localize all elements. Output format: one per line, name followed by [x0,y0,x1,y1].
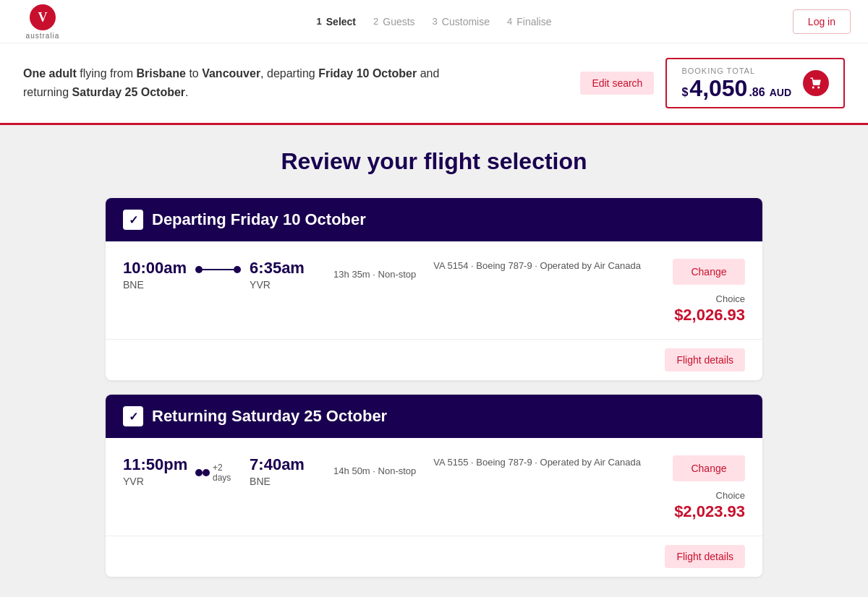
depart-date: Friday 10 October [318,67,417,80]
virgin-australia-logo-icon: V [28,3,57,32]
step-label-select: Select [326,16,356,27]
departing-flight-details-button[interactable]: Flight details [665,348,745,371]
flight-progress-line [195,266,241,273]
return-depart-time: 11:50pm [123,455,195,474]
returning-flight-times: 11:50pm YVR +2 days 7:40am BNE [123,455,416,487]
departing-flight-info: VA 5154 · Boeing 787-9 · Operated by Air… [433,259,641,274]
info-bar-right: Edit search BOOKING TOTAL $ 4,050 .86 AU… [580,58,845,108]
returning-duration-block: 14h 50m · Non-stop [333,455,416,476]
depart-dot [195,266,203,273]
passenger-count: One adult [23,67,77,80]
arrive-dot [234,266,241,273]
arrive-time: 6:35am [250,259,322,278]
price-cents: .86 [749,86,765,99]
price-main-amount: 4,050 [689,77,747,100]
departing-price-block: Choice $2,026.93 [674,293,745,325]
step-finalise[interactable]: 4 Finalise [507,16,551,27]
step-num-2: 2 [373,16,378,27]
booking-total-price: $ 4,050 .86 AUD [681,77,791,100]
departing-flight-card: ✓ Departing Friday 10 October 10:00am BN… [106,198,762,380]
departing-flight-header: ✓ Departing Friday 10 October [106,198,762,241]
step-customise[interactable]: 3 Customise [433,16,490,27]
edit-search-button[interactable]: Edit search [580,72,654,95]
logo: V australia [17,3,68,40]
departing-duration-block: 13h 35m · Non-stop [333,259,416,280]
price-dollar-sign: $ [681,86,688,99]
step-label-guests: Guests [383,16,414,27]
cart-icon[interactable] [803,70,829,96]
return-arrive-time: 7:40am [250,455,322,474]
flight-line-bar [203,269,234,270]
departing-duration: 13h 35m · Non-stop [333,269,416,280]
return-date: Saturday 25 October [72,86,186,98]
departing-flight-line [195,259,241,273]
origin-city: Brisbane [136,67,185,80]
booking-total-box: BOOKING TOTAL $ 4,050 .86 AUD [665,58,845,108]
departing-flight-times: 10:00am BNE 6:35am YVR 13h 35m · [123,259,416,291]
return-depart-dot [195,469,203,476]
returning-change-button[interactable]: Change [673,455,745,481]
return-arrive-airport: BNE [250,476,322,487]
booking-total-label: BOOKING TOTAL [681,66,791,75]
return-arrive-time-block: 7:40am BNE [250,455,322,487]
departing-check-badge: ✓ [123,210,143,230]
departing-flight-title: Departing Friday 10 October [152,210,366,229]
returning-flight-line: +2 days [195,455,241,483]
returning-flight-body: 11:50pm YVR +2 days 7:40am BNE [106,438,762,521]
departing-fare-type: Choice [674,293,745,304]
returning-flight-details-button[interactable]: Flight details [665,545,745,568]
svg-text:V: V [38,10,48,25]
step-guests[interactable]: 2 Guests [373,16,415,27]
returning-flight-header: ✓ Returning Saturday 25 October [106,395,762,438]
returning-price-block: Choice $2,023.93 [674,490,745,521]
depart-time-block: 10:00am BNE [123,259,195,291]
departing-flight-footer: Flight details [106,339,762,380]
returning-right-block: Change Choice $2,023.93 [658,455,745,521]
returning-fare-type: Choice [674,490,745,501]
steps-nav: 1 Select 2 Guests 3 Customise 4 Finalise [317,16,552,27]
returning-flight-details: VA 5155 · Boeing 787-9 · Operated by Air… [433,455,641,471]
step-select[interactable]: 1 Select [317,16,356,27]
arrive-airport: YVR [250,279,322,291]
returning-check-badge: ✓ [123,406,143,426]
departing-flight-details: VA 5154 · Boeing 787-9 · Operated by Air… [433,259,641,274]
login-button[interactable]: Log in [793,9,851,34]
logo-subtext: australia [26,32,60,40]
step-label-customise: Customise [442,16,490,27]
depart-airport: BNE [123,279,195,291]
page-title: Review your flight selection [106,148,762,175]
destination-city: Vancouver [202,67,260,80]
returning-duration: 14h 50m · Non-stop [333,465,416,476]
step-num-1: 1 [317,16,322,27]
returning-flight-info: VA 5155 · Boeing 787-9 · Operated by Air… [433,455,641,471]
returning-flight-title: Returning Saturday 25 October [152,407,387,426]
returning-flight-footer: Flight details [106,536,762,577]
step-num-3: 3 [433,16,438,27]
departing-change-button[interactable]: Change [673,259,745,285]
returning-flight-card: ✓ Returning Saturday 25 October 11:50pm … [106,395,762,577]
booking-total-info: BOOKING TOTAL $ 4,050 .86 AUD [681,66,791,100]
returning-price: $2,023.93 [674,502,745,521]
return-depart-airport: YVR [123,476,195,487]
return-depart-time-block: 11:50pm YVR [123,455,195,487]
plus-days-label: +2 days [213,463,241,483]
price-currency: AUD [770,87,791,98]
arrive-time-block: 6:35am YVR [250,259,322,291]
info-bar: One adult flying from Brisbane to Vancou… [0,43,868,125]
main-content: Review your flight selection ✓ Departing… [94,125,774,597]
search-summary: One adult flying from Brisbane to Vancou… [23,64,439,101]
header: V australia 1 Select 2 Guests 3 Customis… [0,0,868,43]
return-arrive-dot [203,469,210,476]
return-flight-progress-line: +2 days [195,463,241,483]
step-label-finalise: Finalise [516,16,551,27]
step-num-4: 4 [507,16,512,27]
departing-right-block: Change Choice $2,026.93 [658,259,745,325]
shopping-cart-svg [809,77,822,90]
depart-time: 10:00am [123,259,195,278]
departing-price: $2,026.93 [674,306,745,325]
departing-flight-body: 10:00am BNE 6:35am YVR 13h 35m · [106,241,762,325]
